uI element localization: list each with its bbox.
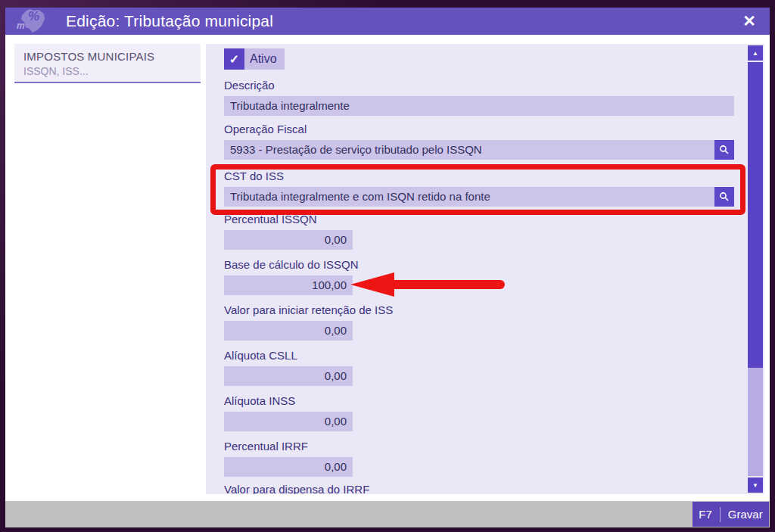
cst-do-iss-input[interactable]: Tributada integralmente e com ISQN retid… — [224, 187, 714, 207]
vertical-scrollbar[interactable]: ▲ ▼ — [748, 45, 763, 493]
field-label: CST do ISS — [224, 170, 734, 183]
brazil-tax-logo-icon: % m — [16, 8, 49, 34]
aliquota-csll-input[interactable]: 0,00 — [224, 366, 353, 386]
search-icon — [719, 145, 730, 155]
cst-do-iss-search-button[interactable] — [714, 187, 734, 207]
save-shortcut: F7 — [699, 508, 712, 521]
scrollbar-track[interactable] — [748, 62, 763, 476]
field-label: Percentual ISSQN — [224, 213, 353, 226]
descricao-input[interactable]: Tributada integralmente — [224, 96, 734, 116]
app-window: % m Edição: Tributação municipal ✕ IMPOS… — [0, 0, 775, 532]
scroll-up-icon[interactable]: ▲ — [748, 45, 763, 61]
active-checkbox-label: Ativo — [244, 48, 285, 70]
form-panel: ✓ Ativo Descrição Tributada integralment… — [206, 44, 764, 494]
field-group-aliquota-csll: Alíquota CSLL 0,00 — [224, 349, 353, 386]
field-group-cst-do-iss: CST do ISS Tributada integralmente e com… — [224, 170, 734, 207]
window-title: Edição: Tributação municipal — [66, 12, 273, 30]
percentual-issqn-input[interactable]: 0,00 — [224, 230, 353, 250]
active-checkbox[interactable]: ✓ Ativo — [224, 48, 285, 70]
percent-glyph: % — [28, 9, 39, 24]
operacao-fiscal-search-button[interactable] — [714, 140, 734, 160]
field-label: Valor para dispensa do IRRF — [224, 483, 369, 494]
field-label: Base de cálculo do ISSQN — [224, 258, 359, 272]
sidebar-item-title: IMPOSTOS MUNICIPAIS — [23, 50, 201, 63]
field-group-percentual-issqn: Percentual ISSQN 0,00 — [224, 213, 353, 250]
red-arrow-annotation — [350, 270, 509, 299]
save-button-label: Gravar — [728, 508, 763, 521]
save-button[interactable]: F7 Gravar — [693, 502, 769, 527]
scrollbar-thumb[interactable] — [748, 62, 763, 368]
button-divider — [720, 507, 721, 522]
field-label: Alíquota CSLL — [224, 349, 353, 362]
close-icon[interactable]: ✕ — [736, 8, 762, 35]
field-group-base-calculo-issqn: Base de cálculo do ISSQN 100,00 — [224, 258, 359, 295]
base-calculo-issqn-input[interactable]: 100,00 — [224, 275, 353, 295]
field-group-valor-dispensa-irrf: Valor para dispensa do IRRF — [224, 483, 369, 494]
field-group-percentual-irrf: Percentual IRRF 0,00 — [224, 440, 353, 477]
m-glyph: m — [17, 20, 25, 31]
field-group-aliquota-inss: Alíquota INSS 0,00 — [224, 394, 353, 431]
field-group-valor-retencao-iss: Valor para iniciar retenção de ISS 0,00 — [224, 303, 393, 341]
field-label: Percentual IRRF — [224, 440, 353, 453]
aliquota-inss-input[interactable]: 0,00 — [224, 412, 353, 431]
scroll-down-icon[interactable]: ▼ — [748, 478, 763, 493]
window-content: IMPOSTOS MUNICIPAIS ISSQN, ISS... ✓ Ativ… — [5, 35, 770, 527]
field-group-descricao: Descrição Tributada integralmente — [224, 79, 734, 116]
sidebar-item-impostos-municipais[interactable]: IMPOSTOS MUNICIPAIS ISSQN, ISS... — [14, 44, 201, 83]
search-icon — [719, 191, 730, 202]
title-bar: % m Edição: Tributação municipal ✕ — [5, 8, 770, 35]
field-label: Descrição — [224, 79, 734, 92]
sidebar-item-subtitle: ISSQN, ISS... — [23, 65, 201, 77]
footer-bar: F7 Gravar — [5, 501, 770, 527]
field-label: Valor para iniciar retenção de ISS — [224, 303, 393, 317]
field-label: Alíquota INSS — [224, 394, 353, 408]
valor-retencao-iss-input[interactable]: 0,00 — [224, 321, 353, 341]
operacao-fiscal-input[interactable]: 5933 - Prestação de serviço tributado pe… — [224, 140, 714, 160]
checkbox-check-icon[interactable]: ✓ — [224, 48, 244, 70]
field-group-operacao-fiscal: Operação Fiscal 5933 - Prestação de serv… — [224, 123, 734, 160]
percentual-irrf-input[interactable]: 0,00 — [224, 457, 353, 477]
field-label: Operação Fiscal — [224, 123, 734, 136]
